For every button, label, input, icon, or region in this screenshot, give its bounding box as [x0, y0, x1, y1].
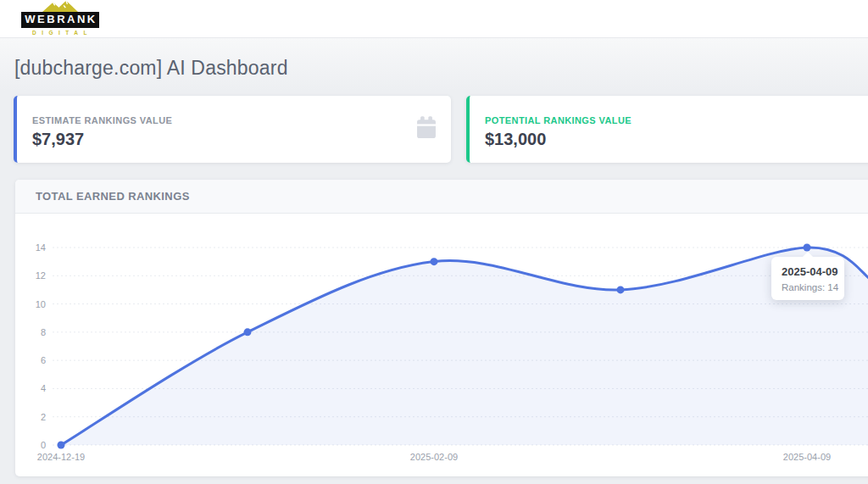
calendar-icon	[415, 115, 438, 141]
logo-tagline: DIGITAL	[21, 30, 99, 36]
x-axis-tick-label: 2025-04-09	[783, 452, 831, 462]
mountain-icon	[41, 0, 80, 12]
top-header: WEBRANK DIGITAL	[0, 0, 868, 38]
y-axis-tick-label: 14	[36, 242, 46, 253]
page-title: [dubcharge.com] AI Dashboard	[14, 57, 288, 80]
data-point[interactable]	[617, 286, 625, 293]
data-point[interactable]	[431, 258, 438, 265]
tooltip-rankings-value: Rankings: 14	[782, 282, 844, 292]
y-axis-tick-label: 2	[41, 412, 46, 422]
logo[interactable]: WEBRANK DIGITAL	[21, 0, 99, 36]
y-axis-tick-label: 6	[41, 355, 46, 365]
x-axis-tick-label: 2025-02-09	[410, 452, 458, 462]
y-axis-tick-label: 0	[41, 440, 46, 450]
potential-rankings-label: POTENTIAL RANKINGS VALUE	[485, 115, 868, 125]
rankings-line-chart[interactable]: 024681012142024-12-192025-02-092025-04-0…	[15, 214, 868, 476]
x-axis-tick-label: 2024-12-19	[37, 452, 85, 462]
y-axis-tick-label: 4	[41, 383, 46, 393]
data-point[interactable]	[244, 328, 252, 336]
chart-area-fill	[61, 248, 868, 445]
y-axis-tick-label: 10	[36, 299, 46, 309]
estimate-rankings-card: ESTIMATE RANKINGS VALUE $7,937	[14, 96, 451, 163]
y-axis-tick-label: 8	[41, 327, 46, 337]
tooltip-date: 2025-04-09	[782, 265, 844, 278]
total-earned-rankings-panel: TOTAL EARNED RANKINGS 024681012142024-12…	[15, 180, 868, 476]
potential-rankings-value: $13,000	[485, 130, 868, 149]
chart-tooltip: 2025-04-09 Rankings: 14	[771, 257, 844, 300]
potential-rankings-card: POTENTIAL RANKINGS VALUE $13,000	[466, 96, 868, 163]
data-point[interactable]	[58, 442, 65, 449]
estimate-rankings-value: $7,937	[32, 130, 451, 149]
estimate-rankings-label: ESTIMATE RANKINGS VALUE	[32, 115, 451, 125]
panel-title: TOTAL EARNED RANKINGS	[15, 180, 868, 214]
logo-brand: WEBRANK	[21, 12, 99, 28]
data-point[interactable]	[804, 244, 811, 252]
chart-body: 024681012142024-12-192025-02-092025-04-0…	[15, 214, 868, 476]
y-axis-tick-label: 12	[36, 270, 46, 281]
